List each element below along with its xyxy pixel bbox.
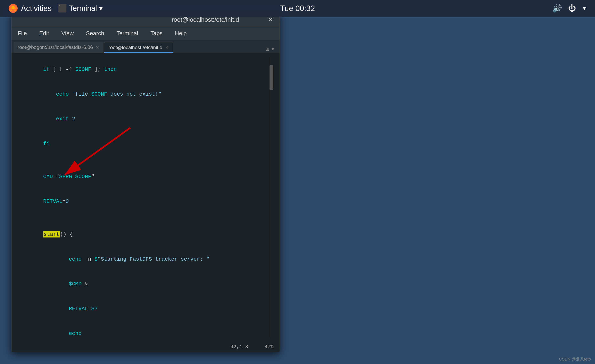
menu-edit[interactable]: Edit: [37, 29, 51, 38]
terminal-label: Terminal: [69, 4, 97, 13]
activities-icon: [8, 3, 18, 13]
system-menu-icon[interactable]: ▾: [582, 4, 587, 13]
close-button[interactable]: ✕: [268, 16, 273, 24]
menu-bar: File Edit View Search Terminal Tabs Help: [12, 27, 280, 40]
code-line-10: echo -n $"Starting FastDFS tracker serve…: [18, 247, 269, 272]
scrollbar[interactable]: [269, 57, 273, 338]
svg-point-3: [14, 9, 16, 11]
tab-fastdfs-close[interactable]: ✕: [96, 45, 99, 50]
code-line-13: echo: [18, 321, 269, 338]
code-line-2: echo "file $CONF does not exist!": [18, 82, 269, 107]
terminal-icon: ⬛: [58, 4, 67, 13]
activities-button[interactable]: Activities: [8, 3, 52, 13]
tab-add-area[interactable]: ⊞ ▾: [263, 46, 277, 53]
menu-help[interactable]: Help: [173, 29, 189, 38]
tab-initd[interactable]: root@localhost:/etc/init.d ✕: [104, 42, 173, 53]
terminal-window: root@localhost:/etc/init.d ✕ File Edit V…: [11, 12, 280, 352]
tab-fastdfs-label: root@bogon:/usr/local/fastdfs-6.06: [18, 44, 93, 50]
tabs-bar: root@bogon:/usr/local/fastdfs-6.06 ✕ roo…: [12, 40, 280, 53]
scrollbar-thumb[interactable]: [269, 65, 273, 90]
window-title: root@localhost:/etc/init.d: [143, 16, 268, 23]
scroll-percent: 47%: [265, 344, 273, 350]
status-bar: 42,1-8 47%: [12, 342, 280, 352]
system-bar: Activities ⬛ Terminal ▾ Tue 00:32 🔊 ⏻ ▾: [0, 0, 595, 17]
menu-search[interactable]: Search: [84, 29, 106, 38]
code-line-12: RETVAL=$?: [18, 296, 269, 321]
menu-terminal[interactable]: Terminal: [114, 29, 140, 38]
terminal-dropdown-icon: ▾: [99, 4, 103, 13]
menu-tabs[interactable]: Tabs: [149, 29, 165, 38]
terminal-menu[interactable]: ⬛ Terminal ▾: [58, 4, 103, 13]
code-line-6: CMD="$PRG $CONF": [18, 165, 269, 189]
code-area: if [ ! -f $CONF ]; then echo "file $CONF…: [18, 57, 269, 338]
code-line-7: RETVAL=0: [18, 189, 269, 214]
tab-fastdfs[interactable]: root@bogon:/usr/local/fastdfs-6.06 ✕: [14, 42, 103, 53]
code-line-4: fi: [18, 131, 269, 156]
code-line-1: if [ ! -f $CONF ]; then: [18, 57, 269, 82]
tab-initd-close[interactable]: ✕: [165, 45, 169, 50]
cursor-position: 42,1-8: [230, 344, 248, 350]
menu-file[interactable]: File: [16, 29, 29, 38]
volume-icon[interactable]: 🔊: [552, 4, 562, 13]
new-tab-icon: ⊞: [266, 46, 269, 53]
watermark: CSDN @北风toto: [559, 357, 591, 362]
code-line-11: $CMD &: [18, 272, 269, 296]
power-icon[interactable]: ⏻: [568, 4, 576, 13]
svg-point-1: [12, 6, 15, 9]
code-line-3: exit 2: [18, 107, 269, 131]
tab-dropdown-icon: ▾: [271, 46, 275, 53]
code-line-5: [18, 156, 269, 165]
svg-point-2: [10, 9, 12, 11]
menu-view[interactable]: View: [59, 29, 76, 38]
code-line-9: start() {: [18, 222, 269, 247]
tab-initd-label: root@localhost:/etc/init.d: [108, 45, 162, 50]
activities-label: Activities: [21, 4, 52, 13]
code-line-8: [18, 214, 269, 222]
terminal-content[interactable]: if [ ! -f $CONF ]; then echo "file $CONF…: [12, 53, 280, 342]
system-clock: Tue 00:32: [280, 4, 315, 13]
